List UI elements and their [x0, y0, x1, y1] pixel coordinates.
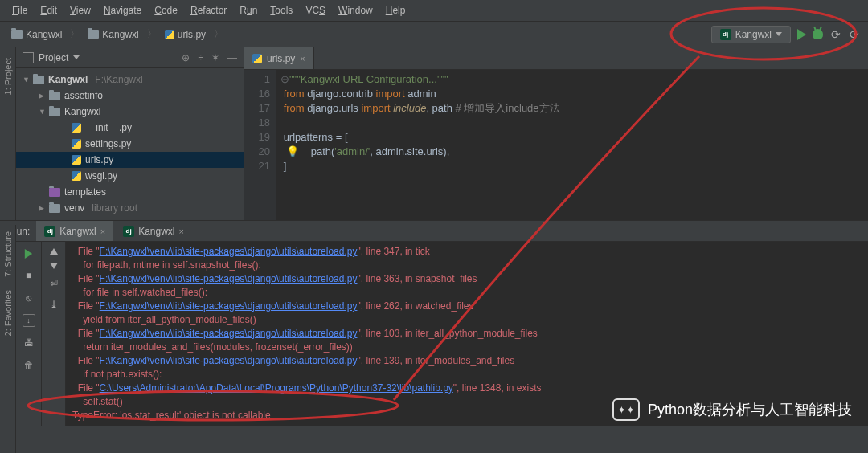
- tree-file[interactable]: settings.py: [16, 136, 244, 152]
- editor: urls.py × 1161718192021 ⊕"""Kangwxl URL …: [244, 47, 868, 220]
- panel-title[interactable]: Project: [23, 52, 80, 63]
- python-icon: [72, 171, 81, 181]
- run-tab[interactable]: djKangwxl×: [115, 221, 192, 241]
- settings-button[interactable]: ✶: [211, 52, 219, 63]
- run-config-selector[interactable]: dj Kangwxl: [711, 26, 791, 43]
- python-icon: [72, 123, 81, 133]
- down-button[interactable]: [50, 263, 58, 269]
- tab-project[interactable]: 1: Project: [2, 51, 14, 101]
- tree-folder[interactable]: ▼Kangwxl: [16, 104, 244, 120]
- line-gutter: 1161718192021: [244, 70, 276, 220]
- menu-file[interactable]: File: [6, 2, 33, 18]
- breadcrumb-item[interactable]: urls.py: [162, 27, 209, 42]
- django-icon: dj: [44, 226, 55, 237]
- tree-root[interactable]: ▼KangwxlF:\Kangwxl: [16, 71, 244, 88]
- navigation-bar: Kangwxl 〉 Kangwxl 〉 urls.py 〉 dj Kangwxl…: [0, 22, 868, 47]
- stop-button[interactable]: ■: [23, 269, 35, 282]
- update-button[interactable]: ⟳: [848, 28, 860, 40]
- menu-help[interactable]: Help: [380, 2, 411, 18]
- menu-code[interactable]: Code: [149, 2, 183, 18]
- python-icon: [72, 155, 81, 165]
- folder-icon: [33, 76, 44, 84]
- folder-icon: [49, 108, 60, 116]
- close-icon[interactable]: ×: [300, 54, 305, 63]
- exit-button[interactable]: ⎋: [23, 292, 35, 304]
- tab-favorites[interactable]: 2: Favorites: [2, 284, 14, 342]
- project-view-icon: [23, 52, 34, 63]
- run-config-name: Kangwxl: [735, 29, 772, 40]
- left-tool-strip: 1: Project: [0, 47, 16, 220]
- bulb-icon[interactable]: 💡: [286, 145, 299, 157]
- python-icon: [252, 54, 262, 63]
- toggle-button[interactable]: ↓: [23, 314, 35, 327]
- search-button[interactable]: ⟳: [829, 28, 841, 40]
- breadcrumb-sep: 〉: [214, 27, 223, 41]
- folder-icon: [49, 188, 60, 197]
- menu-bar: File Edit View Navigate Code Refactor Ru…: [0, 0, 868, 22]
- scroll-end-button[interactable]: ⤓: [47, 298, 60, 311]
- tree-folder[interactable]: ▶assetinfo: [16, 88, 244, 104]
- menu-run[interactable]: Run: [234, 2, 263, 18]
- breadcrumb-sep: 〉: [70, 27, 80, 41]
- editor-tab-label: urls.py: [267, 53, 295, 64]
- folder-icon: [49, 204, 60, 213]
- hide-button[interactable]: —: [227, 52, 237, 63]
- editor-tab[interactable]: urls.py ×: [244, 47, 314, 69]
- folder-icon: [49, 92, 60, 100]
- menu-view[interactable]: View: [64, 2, 96, 18]
- run-tab[interactable]: djKangwxl×: [36, 221, 113, 241]
- menu-navigate[interactable]: Navigate: [98, 2, 147, 18]
- soft-wrap-button[interactable]: ⏎: [47, 277, 60, 290]
- print-button[interactable]: 🖶: [23, 337, 35, 349]
- run-button[interactable]: [797, 29, 806, 40]
- folder-icon: [88, 30, 99, 39]
- run-toolbar-2: ⏎ ⤓: [42, 242, 66, 426]
- rerun-button[interactable]: [25, 249, 32, 259]
- folder-icon: [11, 30, 23, 39]
- chevron-down-icon: [73, 55, 80, 59]
- breadcrumb: Kangwxl 〉 Kangwxl 〉 urls.py 〉: [8, 27, 223, 42]
- tree-file-selected[interactable]: urls.py: [16, 152, 244, 168]
- breadcrumb-item[interactable]: Kangwxl: [84, 27, 141, 42]
- project-tree: ▼KangwxlF:\Kangwxl ▶assetinfo ▼Kangwxl _…: [16, 68, 244, 220]
- django-icon: dj: [720, 29, 731, 40]
- tab-structure[interactable]: 7: Structure: [2, 225, 14, 284]
- tree-file[interactable]: __init__.py: [16, 120, 244, 136]
- menu-window[interactable]: Window: [333, 2, 379, 18]
- menu-tools[interactable]: Tools: [264, 2, 298, 18]
- breadcrumb-item[interactable]: Kangwxl: [8, 27, 65, 42]
- menu-vcs[interactable]: VCS: [300, 2, 331, 18]
- breadcrumb-sep: 〉: [147, 27, 157, 41]
- debug-button[interactable]: [813, 29, 823, 39]
- python-icon: [165, 30, 174, 39]
- python-icon: [72, 139, 81, 149]
- close-icon[interactable]: ×: [100, 226, 105, 236]
- menu-edit[interactable]: Edit: [35, 2, 63, 18]
- collapse-button[interactable]: ⊕: [182, 52, 190, 63]
- tree-file[interactable]: wsgi.py: [16, 168, 244, 184]
- up-button[interactable]: [50, 248, 58, 255]
- project-panel: Project ⊕ ÷ ✶ — ▼KangwxlF:\Kangwxl ▶asse…: [16, 47, 244, 220]
- close-icon[interactable]: ×: [179, 226, 184, 236]
- console-output[interactable]: File "F:\Kangwxl\venv\lib\site-packages\…: [66, 242, 868, 426]
- select-opened-button[interactable]: ÷: [198, 52, 203, 63]
- django-icon: dj: [123, 226, 134, 237]
- nav-right: dj Kangwxl ⟳ ⟳: [711, 26, 860, 43]
- run-tool-window: Run: djKangwxl× djKangwxl× ■ ⎋ ↓ 🖶 🗑 ⏎ ⤓…: [0, 220, 868, 426]
- run-toolbar: ■ ⎋ ↓ 🖶 🗑: [16, 242, 42, 426]
- menu-refactor[interactable]: Refactor: [185, 2, 232, 18]
- chevron-down-icon: [776, 32, 782, 36]
- tree-folder[interactable]: templates: [16, 184, 244, 200]
- code-content[interactable]: ⊕"""Kangwxl URL Configuration...""" from…: [276, 70, 868, 220]
- tree-file[interactable]: db.sqlite3: [16, 216, 244, 220]
- tree-folder[interactable]: ▶venvlibrary root: [16, 200, 244, 216]
- delete-button[interactable]: 🗑: [23, 359, 35, 372]
